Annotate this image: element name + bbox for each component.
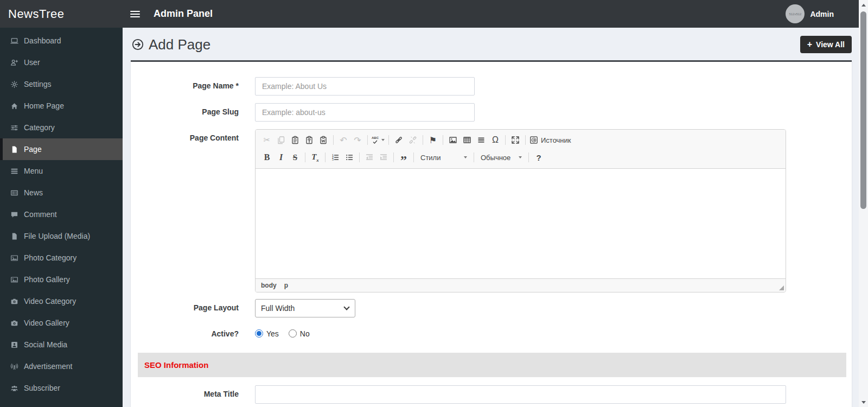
sidebar-menu: DashboardUserSettingsHome PageCategoryPa… — [0, 30, 123, 399]
active-radio-group: YesNo — [255, 325, 320, 338]
toolbar-group: BIS — [260, 150, 302, 164]
toolbar-group: ” — [397, 150, 411, 164]
redo-button[interactable]: ↷ — [350, 133, 365, 147]
view-all-button[interactable]: + View All — [800, 36, 852, 53]
brand-logo[interactable]: NewsTree — [0, 7, 123, 21]
sidebar-item-dashboard[interactable]: Dashboard — [0, 30, 123, 52]
add-page-card: Page Name * Page Slug Page Content ✂↶↷AB… — [131, 60, 852, 407]
sidebar-item-subscriber[interactable]: Subscriber — [0, 377, 123, 399]
source-button[interactable]: Источник — [528, 133, 572, 147]
horizontal-line-button[interactable] — [474, 133, 488, 147]
page-slug-row: Page Slug — [131, 103, 852, 122]
about-button[interactable]: ? — [532, 150, 546, 164]
paste-plain-text-button[interactable] — [302, 133, 316, 147]
element-path-p[interactable]: p — [284, 282, 288, 289]
user-menu[interactable]: 512x512 Admin — [786, 4, 834, 23]
scroll-down-button[interactable] — [859, 398, 868, 406]
italic-button[interactable]: I — [274, 150, 288, 164]
sidebar-item-file-upload-media[interactable]: File Upload (Media) — [0, 225, 123, 247]
active-radio-label-no[interactable]: No — [300, 329, 310, 338]
spell-check-button[interactable]: ABC — [371, 133, 386, 147]
sidebar-item-comment[interactable]: Comment — [0, 204, 123, 225]
numbered-list-button[interactable]: 123 — [328, 150, 342, 164]
maximize-button[interactable] — [508, 133, 522, 147]
sliders-icon — [10, 124, 18, 132]
sidebar-item-page[interactable]: Page — [0, 138, 123, 160]
sidebar-item-menu[interactable]: Menu — [0, 160, 123, 182]
image-icon — [10, 254, 18, 262]
meta-title-input[interactable] — [255, 385, 786, 404]
resize-handle[interactable] — [779, 285, 784, 290]
page-layout-row: Page Layout Full Width — [131, 299, 852, 317]
bold-button[interactable]: B — [260, 150, 274, 164]
paste-from-word-button[interactable] — [316, 133, 330, 147]
scroll-up-button[interactable] — [859, 1, 868, 9]
caret-down-icon — [464, 156, 467, 158]
sidebar-item-label: Advertisement — [24, 362, 72, 371]
sidebar-item-category[interactable]: Category — [0, 117, 123, 138]
toolbar-group: ⚑ — [426, 133, 440, 147]
element-path-body[interactable]: body — [261, 282, 277, 289]
link-button[interactable] — [392, 133, 406, 147]
active-radio-label-yes[interactable]: Yes — [266, 329, 279, 338]
meta-title-label: Meta Title — [131, 385, 239, 404]
page-name-input[interactable] — [255, 77, 475, 96]
comment-icon — [10, 211, 18, 219]
sidebar-toggle-icon[interactable] — [130, 9, 140, 19]
unlink-button[interactable] — [406, 133, 420, 147]
undo-button[interactable]: ↶ — [336, 133, 350, 147]
bars-icon — [10, 167, 18, 175]
copy-button[interactable] — [274, 133, 288, 147]
increase-indent-button[interactable] — [376, 150, 391, 164]
gear-icon — [10, 80, 18, 88]
sidebar-item-news[interactable]: News — [0, 182, 123, 204]
editor-toolbar-row-1: ✂↶↷ABC⚑ΩИсточник — [260, 133, 781, 147]
bulleted-list-button[interactable] — [342, 150, 356, 164]
sidebar-item-video-gallery[interactable]: Video Gallery — [0, 312, 123, 334]
user-name[interactable]: Admin — [810, 10, 834, 18]
newspaper-icon — [10, 189, 18, 197]
sidebar-item-photo-category[interactable]: Photo Category — [0, 247, 123, 269]
anchor-button[interactable]: ⚑ — [426, 133, 440, 147]
users-icon — [10, 384, 18, 392]
camera-icon — [10, 297, 18, 306]
camera-icon — [10, 319, 18, 327]
toolbar-separator — [423, 135, 423, 145]
active-radio-yes[interactable] — [255, 329, 263, 338]
sidebar-item-photo-gallery[interactable]: Photo Gallery — [0, 269, 123, 290]
sidebar-item-video-category[interactable]: Video Category — [0, 290, 123, 312]
toolbar-group: ? — [532, 150, 546, 164]
insert-image-button[interactable] — [446, 133, 460, 147]
styles-combo-label: Стили — [420, 154, 441, 162]
toolbar-group: Tx — [308, 150, 322, 164]
blockquote-button[interactable]: ” — [397, 150, 411, 164]
laptop-icon — [10, 37, 18, 45]
cut-button[interactable]: ✂ — [260, 133, 274, 147]
toolbar-group: 123 — [328, 150, 356, 164]
styles-combo[interactable]: Стили — [417, 150, 471, 164]
toolbar-separator — [528, 152, 529, 162]
sidebar-item-user[interactable]: User — [0, 52, 123, 73]
page-layout-select[interactable]: Full Width — [255, 299, 355, 317]
page-slug-input[interactable] — [255, 103, 475, 122]
strikethrough-button[interactable]: S — [288, 150, 302, 164]
spell-check-icon: ABC — [372, 136, 379, 144]
active-radio-no[interactable] — [289, 329, 297, 338]
sidebar-item-advertisement[interactable]: Advertisement — [0, 355, 123, 377]
paste-button[interactable] — [288, 133, 302, 147]
insert-table-button[interactable] — [460, 133, 474, 147]
scrollbar-thumb[interactable] — [860, 11, 866, 209]
editor-content-area[interactable] — [256, 169, 786, 278]
avatar[interactable]: 512x512 — [786, 4, 805, 23]
sidebar-item-social-media[interactable]: Social Media — [0, 334, 123, 355]
decrease-indent-button[interactable] — [362, 150, 376, 164]
triangle-down-icon — [861, 401, 866, 404]
rich-text-editor: ✂↶↷ABC⚑ΩИсточник BISTx123”СтилиОбычное? … — [255, 129, 786, 292]
format-combo[interactable]: Обычное — [477, 150, 526, 164]
sidebar-item-label: Menu — [24, 167, 43, 175]
sidebar-item-label: Settings — [24, 80, 52, 88]
special-character-button[interactable]: Ω — [488, 133, 502, 147]
sidebar-item-settings[interactable]: Settings — [0, 73, 123, 95]
remove-format-button[interactable]: Tx — [308, 150, 322, 164]
sidebar-item-home-page[interactable]: Home Page — [0, 95, 123, 117]
